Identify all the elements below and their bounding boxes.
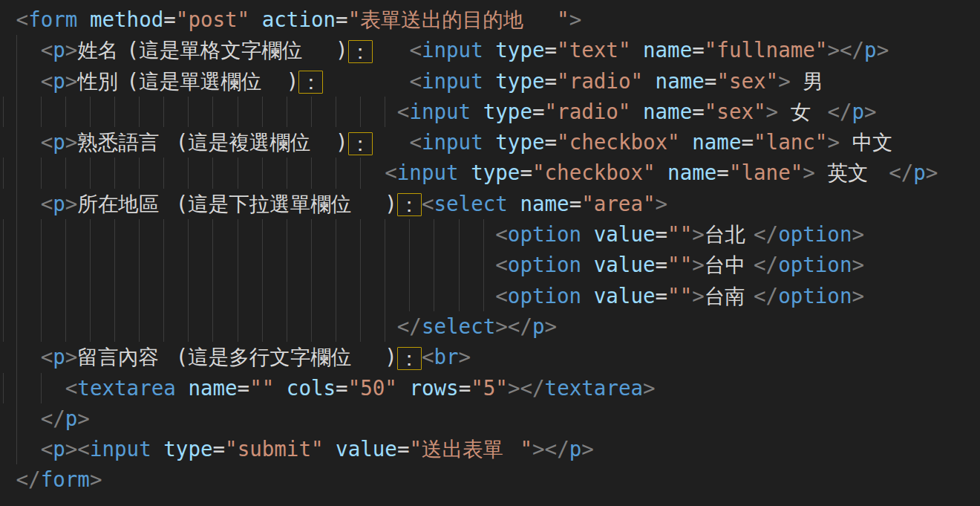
- indent-guide: [360, 158, 361, 188]
- indent-guide: [16, 66, 17, 97]
- code-token-txt: [508, 192, 520, 215]
- code-line-5[interactable]: <p>熟悉語言(這是複選欄位)： <input type="checkbox" …: [4, 127, 980, 158]
- indent-guide: [385, 97, 385, 127]
- code-line-2[interactable]: <p>姓名(這是單格文字欄位)： <input type="text" name…: [4, 35, 980, 65]
- code-token-str: "": [667, 284, 692, 308]
- unicode-highlight-colon: ：: [298, 71, 323, 94]
- code-token-pun: <: [409, 69, 422, 93]
- indent-guide: [385, 219, 385, 250]
- code-line-13[interactable]: <textarea name="" cols="50" rows="5"></t…: [4, 373, 980, 403]
- code-token-tag: select: [422, 314, 495, 338]
- code-token-pun: >: [459, 345, 471, 369]
- code-token-txt: 這是單選欄位: [139, 66, 287, 97]
- code-token-tag: input: [422, 38, 483, 62]
- code-token-txt: 性別: [77, 66, 126, 97]
- indent-guide: [434, 250, 434, 280]
- code-token-txt: [373, 130, 410, 154]
- code-token-tag: p: [53, 345, 65, 369]
- code-token-txt: [680, 130, 693, 154]
- indent-guide: [16, 342, 17, 372]
- code-token-eq: =: [459, 376, 471, 400]
- indent-guide: [65, 311, 66, 342]
- unicode-highlight-colon: ：: [348, 132, 373, 155]
- code-token-eq: =: [545, 130, 558, 154]
- code-token-pun: >: [852, 253, 864, 276]
- code-token-tag: p: [53, 437, 65, 461]
- code-line-15[interactable]: <p><input type="submit" value="送出表單"></p…: [4, 434, 980, 464]
- code-token-pun: <: [65, 376, 78, 400]
- indent-guide: [139, 281, 140, 311]
- indent-guide: [188, 250, 189, 280]
- code-token-txt: 姓名: [77, 35, 126, 65]
- code-token-attr: method: [90, 7, 163, 31]
- indent-guide: [41, 158, 42, 188]
- code-token-tag: form: [28, 7, 77, 31]
- indent-guide: [139, 311, 140, 342]
- code-editor[interactable]: <form method="post" action="表單送出的目的地"> <…: [0, 0, 980, 506]
- indent-guide: [238, 311, 238, 342]
- indent-guide: [163, 219, 164, 250]
- indent-guide: [139, 158, 140, 188]
- code-token-pun: >: [65, 437, 78, 461]
- code-token-attr: type: [483, 100, 532, 123]
- code-token-str: "5": [471, 376, 508, 400]
- indent-guide: [311, 97, 312, 127]
- code-line-16[interactable]: </form>: [4, 464, 980, 495]
- code-token-txt: [249, 7, 262, 31]
- code-token-txt: [581, 253, 594, 276]
- code-line-3[interactable]: <p>性別(這是單選欄位)： <input type="radio" name=…: [4, 66, 980, 97]
- code-token-txt: ): [385, 345, 397, 369]
- code-token-eq: =: [545, 38, 558, 62]
- indent-guide: [311, 281, 312, 311]
- indent-guide: [360, 219, 361, 250]
- indent-guide: [238, 158, 238, 188]
- indent-guide: [238, 219, 238, 250]
- code-line-6[interactable]: <input type="checkbox" name="lane"> 英文 <…: [4, 158, 980, 188]
- code-token-pun: </: [754, 253, 778, 276]
- code-token-txt: (: [127, 69, 140, 93]
- code-line-7[interactable]: <p>所在地區(這是下拉選單欄位)：<select name="area">: [4, 189, 980, 219]
- code-token-pun: <: [41, 192, 53, 215]
- code-token-eq: =: [532, 100, 545, 123]
- code-line-11[interactable]: </select></p>: [4, 311, 980, 342]
- code-token-txt: [483, 38, 496, 62]
- indent-guide: [16, 403, 17, 434]
- indent-guide: [16, 281, 17, 311]
- code-token-txt: 這是多行文字欄位: [188, 342, 385, 372]
- code-token-pun: <: [409, 130, 422, 154]
- code-token-pun: </: [889, 160, 913, 184]
- code-line-10[interactable]: <option value="">台南</option>: [4, 281, 980, 311]
- code-token-pun: >: [877, 38, 889, 62]
- code-token-attr: value: [336, 437, 397, 461]
- code-token-tag: p: [864, 38, 877, 62]
- code-token-str: "lane": [729, 160, 803, 184]
- code-token-str: "": [667, 253, 692, 276]
- code-token-eq: =: [545, 69, 558, 93]
- indent-guide: [360, 97, 361, 127]
- code-line-14[interactable]: </p>: [4, 403, 980, 434]
- code-token-str: "": [249, 376, 274, 400]
- code-token-str: ": [348, 7, 361, 31]
- indent-guide: [188, 281, 189, 311]
- code-token-txt: [151, 437, 164, 461]
- indent-guide: [238, 97, 238, 127]
- indent-guide: [3, 97, 4, 127]
- code-line-12[interactable]: <p>留言內容(這是多行文字欄位)：<br>: [4, 342, 980, 372]
- code-line-8[interactable]: <option value="">台北</option>: [4, 219, 980, 250]
- code-line-9[interactable]: <option value="">台中</option>: [4, 250, 980, 280]
- code-token-pun: >: [581, 437, 594, 461]
- code-token-pun: >: [545, 314, 558, 338]
- code-line-1[interactable]: <form method="post" action="表單送出的目的地">: [4, 4, 980, 35]
- indent-guide: [188, 97, 189, 127]
- code-token-eq: =: [336, 7, 348, 31]
- code-token-pun: </: [41, 406, 65, 430]
- indent-guide: [311, 219, 312, 250]
- code-token-pun: <: [41, 437, 53, 461]
- code-line-4[interactable]: <input type="radio" name="sex"> 女 </p>: [4, 97, 980, 127]
- code-token-txt: [581, 284, 594, 308]
- indent-guide: [434, 281, 434, 311]
- code-token-attr: value: [594, 284, 656, 308]
- code-token-tag: p: [53, 69, 65, 93]
- indent-guide: [238, 281, 238, 311]
- indent-guide: [238, 250, 238, 280]
